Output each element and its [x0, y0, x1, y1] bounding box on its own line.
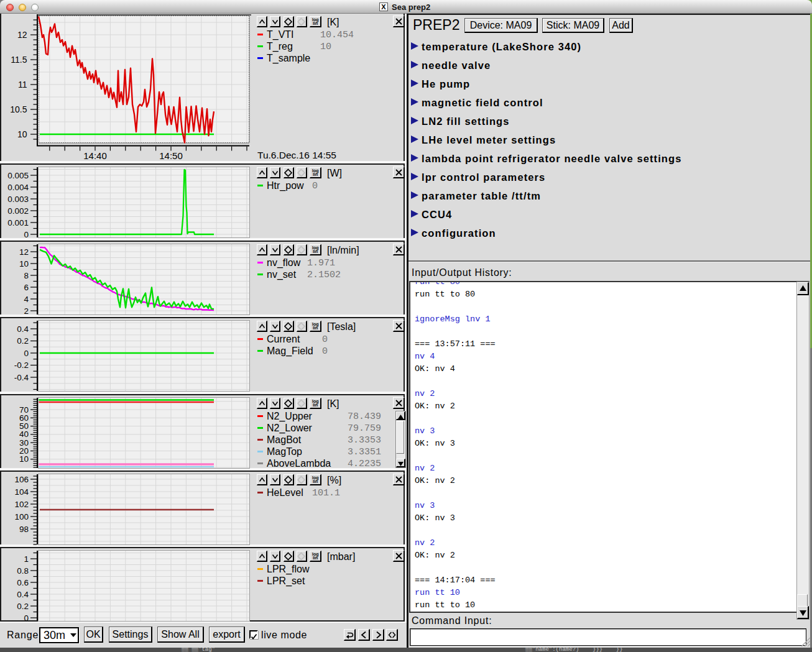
svg-text:10: 10 — [17, 129, 27, 139]
svg-text:10: 10 — [19, 259, 29, 269]
svg-text:0.001: 0.001 — [7, 218, 29, 227]
svg-text:0: 0 — [24, 349, 29, 358]
svg-text:0.003: 0.003 — [7, 195, 29, 204]
svg-text:14:40: 14:40 — [83, 150, 107, 161]
svg-text:0.8: 0.8 — [17, 566, 29, 576]
svg-text:0.2: 0.2 — [17, 336, 29, 346]
svg-text:14:50: 14:50 — [159, 150, 183, 161]
svg-text:0: 0 — [24, 230, 29, 239]
svg-text:100: 100 — [14, 512, 29, 521]
svg-text:102: 102 — [14, 500, 29, 509]
svg-text:0.005: 0.005 — [7, 171, 29, 180]
svg-text:-0.4: -0.4 — [14, 373, 29, 382]
svg-text:6: 6 — [24, 283, 29, 292]
svg-text:0.2: 0.2 — [17, 602, 29, 611]
svg-text:12: 12 — [17, 30, 27, 40]
svg-text:0.4: 0.4 — [17, 590, 29, 599]
svg-text:2: 2 — [24, 306, 29, 316]
svg-text:1: 1 — [24, 554, 29, 564]
svg-text:8: 8 — [24, 271, 29, 280]
svg-text:0.004: 0.004 — [7, 183, 29, 192]
svg-text:-0.2: -0.2 — [14, 360, 29, 370]
svg-text:10.5: 10.5 — [10, 104, 27, 114]
svg-text:0.4: 0.4 — [17, 324, 29, 334]
svg-text:98: 98 — [19, 525, 29, 534]
svg-text:11.5: 11.5 — [11, 55, 27, 65]
svg-text:11: 11 — [18, 80, 27, 90]
svg-text:4: 4 — [24, 295, 29, 304]
svg-text:12: 12 — [19, 247, 29, 257]
svg-text:106: 106 — [14, 475, 29, 484]
svg-text:0.002: 0.002 — [7, 206, 29, 216]
svg-text:0: 0 — [24, 613, 29, 623]
svg-text:10: 10 — [19, 454, 29, 464]
svg-text:104: 104 — [14, 487, 29, 497]
svg-text:0.6: 0.6 — [17, 578, 29, 587]
